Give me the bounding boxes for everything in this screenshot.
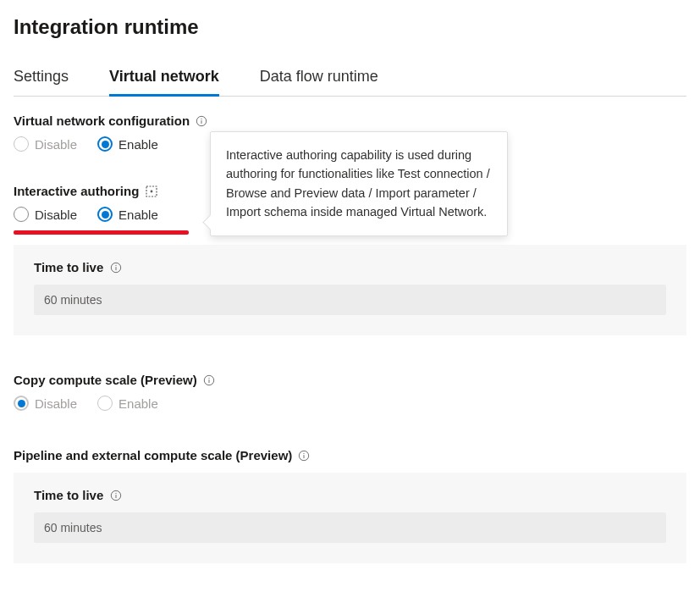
vn-config-enable[interactable]: Enable — [97, 136, 158, 152]
interactive-text: Interactive authoring — [14, 184, 139, 198]
radio-icon — [14, 136, 29, 152]
radio-label: Enable — [119, 137, 158, 152]
radio-icon — [14, 396, 29, 411]
pipeline-ext-label: Pipeline and external compute scale (Pre… — [14, 448, 292, 462]
vn-config-label: Virtual network configuration — [14, 113, 686, 128]
radio-label: Disable — [35, 137, 77, 152]
radio-icon — [97, 136, 113, 152]
svg-point-15 — [116, 492, 117, 493]
svg-point-9 — [208, 377, 209, 378]
copy-compute-radio-row: Disable Enable — [14, 396, 686, 411]
ttl2-label-row: Time to live — [34, 488, 666, 502]
info-icon[interactable] — [196, 115, 207, 127]
svg-point-1 — [201, 118, 202, 119]
interactive-enable[interactable]: Enable — [97, 207, 158, 222]
ttl1-field[interactable]: 60 minutes — [34, 285, 666, 315]
info-icon[interactable] — [110, 490, 122, 501]
page-title: Integration runtime — [14, 15, 686, 39]
ttl1-label-row: Time to live — [34, 260, 666, 274]
tab-virtual-network[interactable]: Virtual network — [109, 63, 219, 97]
tab-settings[interactable]: Settings — [14, 63, 69, 97]
vn-config-disable[interactable]: Disable — [14, 136, 77, 152]
red-underline-decoration — [14, 230, 189, 235]
svg-point-6 — [116, 264, 117, 265]
ttl-card-2: Time to live 60 minutes — [14, 473, 686, 563]
interactive-disable[interactable]: Disable — [14, 207, 77, 222]
vn-config-text: Virtual network configuration — [14, 113, 190, 128]
copy-compute-label: Copy compute scale (Preview) — [14, 373, 197, 387]
radio-label: Disable — [35, 396, 77, 411]
radio-label: Disable — [35, 208, 77, 222]
ttl-card-1: Time to live 60 minutes — [14, 245, 686, 335]
ttl2-field[interactable]: 60 minutes — [34, 512, 666, 543]
info-icon[interactable] — [110, 262, 122, 274]
interactive-tooltip: Interactive authoring capability is used… — [210, 131, 508, 236]
square-dashed-icon[interactable] — [145, 185, 158, 198]
ttl2-label: Time to live — [34, 488, 103, 502]
radio-label: Enable — [119, 396, 158, 411]
info-icon[interactable] — [298, 450, 310, 462]
tabs: Settings Virtual network Data flow runti… — [14, 63, 686, 97]
copy-compute-enable[interactable]: Enable — [97, 396, 158, 411]
radio-icon — [14, 207, 29, 222]
pipeline-ext-label-row: Pipeline and external compute scale (Pre… — [14, 448, 686, 462]
radio-icon — [97, 396, 113, 411]
radio-icon — [97, 207, 113, 222]
info-icon[interactable] — [203, 374, 215, 386]
ttl1-label: Time to live — [34, 260, 103, 274]
svg-point-4 — [151, 190, 153, 192]
tab-data-flow-runtime[interactable]: Data flow runtime — [260, 63, 378, 97]
copy-compute-label-row: Copy compute scale (Preview) — [14, 373, 686, 387]
radio-label: Enable — [119, 208, 158, 222]
copy-compute-disable[interactable]: Disable — [14, 396, 77, 411]
svg-point-12 — [304, 452, 305, 453]
